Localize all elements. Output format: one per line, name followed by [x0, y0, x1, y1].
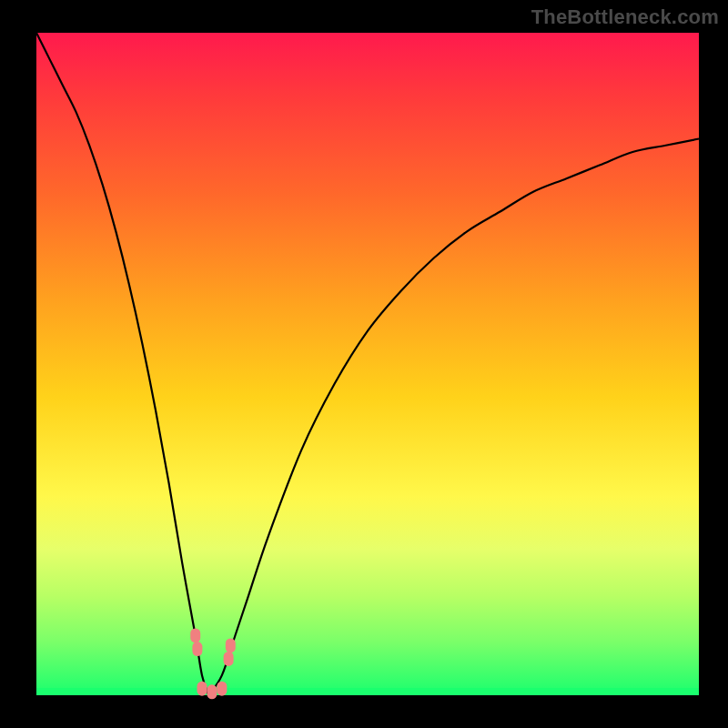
- data-marker-1: [192, 642, 202, 656]
- watermark-text: TheBottleneck.com: [531, 5, 719, 29]
- curve-layer: [36, 33, 699, 695]
- data-marker-3: [207, 684, 217, 699]
- curve-right-branch: [208, 138, 699, 695]
- data-marker-2: [197, 682, 207, 696]
- data-marker-0: [190, 628, 200, 642]
- chart-frame: TheBottleneck.com: [0, 0, 728, 728]
- data-marker-5: [224, 652, 234, 666]
- markers-group: [190, 628, 236, 699]
- data-marker-4: [217, 682, 227, 696]
- data-marker-6: [226, 638, 236, 652]
- curve-left-branch: [36, 33, 208, 695]
